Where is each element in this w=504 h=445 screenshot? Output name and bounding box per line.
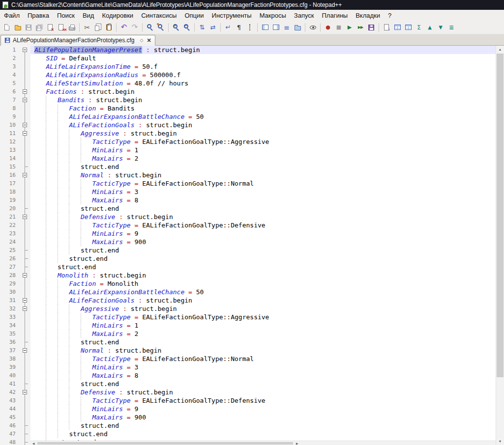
line-number[interactable]: 28 xyxy=(0,271,20,279)
fold-collapse-marker[interactable] xyxy=(20,46,30,54)
plugin-summary-icon[interactable]: Σ xyxy=(414,23,424,32)
line-number[interactable]: 19 xyxy=(0,196,20,204)
line-number[interactable]: 3 xyxy=(0,62,20,71)
new-file-icon[interactable] xyxy=(2,23,12,32)
code-line[interactable]: MaxLairs = 900 xyxy=(30,413,496,421)
code-line[interactable]: MinLairs = 1 xyxy=(30,146,496,154)
fold-collapse-marker[interactable] xyxy=(20,213,30,221)
code-line[interactable]: Factions : struct.begin xyxy=(30,87,496,96)
line-number[interactable]: 4 xyxy=(0,71,20,79)
word-wrap-icon[interactable]: ↵ xyxy=(223,23,233,32)
code-line[interactable]: ALifePopulationManagerPreset : struct.be… xyxy=(30,46,496,54)
line-number[interactable]: 37 xyxy=(0,346,20,355)
code-line[interactable]: ALifeLairExpansionBattleChance = 50 xyxy=(30,112,496,121)
open-file-icon[interactable] xyxy=(13,23,23,32)
record-macro-icon[interactable]: ● xyxy=(323,23,333,32)
line-number[interactable]: 13 xyxy=(0,146,20,154)
line-number[interactable]: 41 xyxy=(0,380,20,388)
line-number[interactable]: 34 xyxy=(0,321,20,330)
line-number[interactable]: 1 xyxy=(0,46,20,54)
code-line[interactable]: MinLairs = 3 xyxy=(30,363,496,371)
line-number[interactable]: 2 xyxy=(0,54,20,62)
fold-collapse-marker[interactable] xyxy=(20,271,30,279)
menu-search[interactable]: Поиск xyxy=(53,10,79,21)
horizontal-scroll-thumb[interactable] xyxy=(37,442,293,445)
code-line[interactable]: ALifeFactionGoals : struct.begin xyxy=(30,296,496,305)
function-list-icon[interactable] xyxy=(260,23,270,32)
line-number[interactable]: 12 xyxy=(0,138,20,146)
menu-view[interactable]: Вид xyxy=(79,10,98,21)
menu-window-menu[interactable]: Вкладки xyxy=(352,10,384,21)
line-number[interactable]: 23 xyxy=(0,229,20,238)
horizontal-scrollbar[interactable]: ◀ ▶ xyxy=(30,441,496,445)
code-line[interactable]: struct.end xyxy=(30,263,496,271)
code-line[interactable]: Faction = Monolith xyxy=(30,279,496,288)
copy-icon[interactable] xyxy=(93,23,103,32)
line-number[interactable]: 44 xyxy=(0,405,20,413)
code-line[interactable]: struct.end xyxy=(30,430,496,438)
line-number[interactable]: 24 xyxy=(0,238,20,246)
tab-active[interactable]: ALifePopulationManagerFactionPrototypes.… xyxy=(0,35,155,46)
sync-horizontal-scroll-icon[interactable]: ⇄ xyxy=(208,23,218,32)
menu-plugins[interactable]: Плагины xyxy=(318,10,352,21)
paste-icon[interactable] xyxy=(104,23,114,32)
code-line[interactable]: TacticType = EALifeFactionGoalType::Defe… xyxy=(30,221,496,229)
show-all-characters-icon[interactable]: ¶ xyxy=(234,23,244,32)
code-line[interactable]: MaxLairs = 2 xyxy=(30,330,496,338)
zoom-in-icon[interactable] xyxy=(171,23,181,32)
code-line[interactable]: ALifeLairExpansionRadius = 500000.f xyxy=(30,71,496,79)
fold-collapse-marker[interactable] xyxy=(20,296,30,305)
code-line[interactable]: MaxLairs = 8 xyxy=(30,371,496,380)
show-indent-guide-icon[interactable] xyxy=(245,23,255,32)
code-line[interactable]: TacticType = EALifeFactionGoalType::Norm… xyxy=(30,355,496,363)
line-number[interactable]: 11 xyxy=(0,129,20,138)
fold-collapse-marker[interactable] xyxy=(20,96,30,104)
line-number[interactable]: 42 xyxy=(0,388,20,396)
sync-vertical-scroll-icon[interactable]: ⇅ xyxy=(197,23,207,32)
zoom-out-icon[interactable] xyxy=(182,23,192,32)
line-number[interactable]: 32 xyxy=(0,305,20,313)
menu-help[interactable]: ? xyxy=(384,10,395,21)
print-icon[interactable] xyxy=(67,23,77,32)
line-number[interactable]: 47 xyxy=(0,430,20,438)
playback-macro-icon[interactable]: ▶ xyxy=(345,23,355,32)
code-line[interactable]: MaxLairs = 8 xyxy=(30,196,496,204)
code-line[interactable]: struct.end xyxy=(30,254,496,263)
line-number[interactable]: 48 xyxy=(0,438,20,445)
line-number[interactable]: 10 xyxy=(0,121,20,129)
code-line[interactable]: MaxLairs = 900 xyxy=(30,238,496,246)
line-number[interactable]: 9 xyxy=(0,112,20,121)
fold-collapse-marker[interactable] xyxy=(20,121,30,129)
code-line[interactable]: Aggressive : struct.begin xyxy=(30,129,496,138)
code-line[interactable]: Defensive : struct.begin xyxy=(30,213,496,221)
close-all-files-icon[interactable] xyxy=(56,23,66,32)
line-number[interactable]: 27 xyxy=(0,263,20,271)
line-number[interactable]: 39 xyxy=(0,363,20,371)
save-file-icon[interactable] xyxy=(24,23,33,32)
code-line[interactable]: Faction = Bandits xyxy=(30,104,496,112)
line-number[interactable]: 30 xyxy=(0,288,20,296)
code-line[interactable]: MaxLairs = 2 xyxy=(30,154,496,163)
code-line[interactable]: MinLairs = 3 xyxy=(30,188,496,196)
code-line[interactable]: MinLairs = 9 xyxy=(30,405,496,413)
menu-run[interactable]: Запуск xyxy=(290,10,318,21)
code-line[interactable]: struct.end xyxy=(30,380,496,388)
code-line[interactable]: MinLairs = 1 xyxy=(30,321,496,330)
line-number[interactable]: 18 xyxy=(0,188,20,196)
folder-as-workspace-icon[interactable] xyxy=(293,23,302,32)
line-number[interactable]: 21 xyxy=(0,213,20,221)
line-number[interactable]: 43 xyxy=(0,396,20,405)
redo-icon[interactable]: ↷ xyxy=(130,23,140,32)
menu-encoding[interactable]: Кодировки xyxy=(98,10,137,21)
menu-edit[interactable]: Правка xyxy=(24,10,53,21)
code-line[interactable]: struct.end xyxy=(30,421,496,430)
scroll-up-arrow-icon[interactable]: ▲ xyxy=(496,46,504,53)
vertical-scrollbar[interactable]: ▲ ▼ xyxy=(496,46,504,445)
find-icon[interactable] xyxy=(145,23,155,32)
line-number[interactable]: 36 xyxy=(0,338,20,346)
line-number[interactable]: 7 xyxy=(0,96,20,104)
replace-icon[interactable] xyxy=(156,23,166,32)
line-number[interactable]: 38 xyxy=(0,355,20,363)
code-line[interactable]: struct.end xyxy=(30,163,496,171)
run-macro-multiple-icon[interactable]: ▶▶ xyxy=(356,23,365,32)
